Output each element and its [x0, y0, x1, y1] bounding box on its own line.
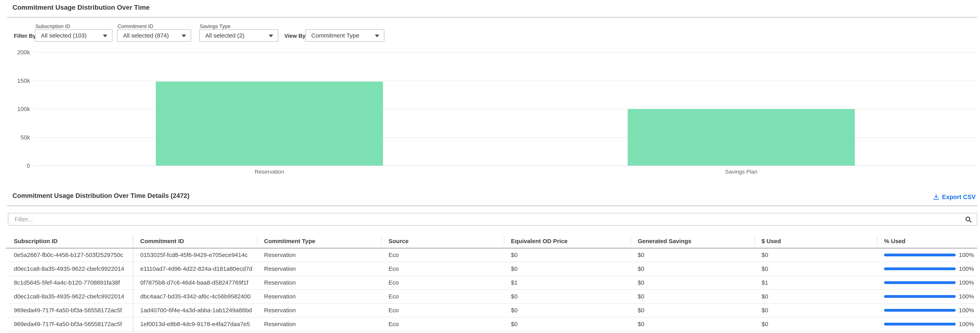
row-separator — [7, 289, 977, 290]
row-separator — [7, 303, 977, 304]
title-divider — [7, 17, 977, 18]
commitment-id-dropdown[interactable]: All selected (874) — [117, 29, 191, 42]
column-divider — [133, 234, 133, 333]
cell-source: Eco — [381, 262, 504, 276]
cell-equivalent-od-price: $1 — [504, 276, 631, 290]
y-axis-tick-100k: 100k — [0, 106, 30, 112]
chevron-down-icon — [269, 35, 273, 37]
header-column-separator — [877, 236, 877, 245]
cell-subscription-id: 8c1d5645-5fef-4a4c-b120-7708891fa38f — [0, 276, 133, 290]
column-header-generated-savings[interactable]: Generated Savings — [631, 234, 754, 248]
filter-by-label: Filter By: — [14, 33, 38, 39]
cell-generated-savings: $0 — [631, 290, 754, 303]
search-icon[interactable] — [965, 216, 972, 223]
chevron-down-icon — [375, 35, 379, 37]
table-row: 0e5a2667-fb0c-4456-b127-503f2529750c0153… — [0, 248, 980, 262]
header-column-separator — [504, 236, 504, 245]
download-icon — [933, 194, 940, 201]
chevron-down-icon — [103, 35, 107, 37]
cell-commitment-type: Reservation — [257, 276, 381, 290]
cell-commitment-id: e1110ad7-4d96-4d22-824a-d181a80ecd7d — [133, 262, 257, 276]
commitment-id-dropdown-value: All selected (874) — [123, 32, 169, 39]
cell-commitment-type: Reservation — [257, 248, 381, 262]
cell-subscription-id: d0ec1ca8-8a35-4935-9622-cbefc9922014 — [0, 262, 133, 276]
column-header-used[interactable]: $ Used — [754, 234, 877, 248]
x-axis-label-reservation: Reservation — [255, 169, 284, 175]
pct-used-value: 100% — [959, 307, 974, 314]
cell-equivalent-od-price: $0 — [504, 303, 631, 317]
column-header-source[interactable]: Source — [381, 234, 504, 248]
table-header-row: Subscription IDCommitment IDCommitment T… — [0, 234, 980, 248]
subscription-id-label: Subscription ID — [35, 23, 70, 29]
pct-used-value: 100% — [959, 266, 974, 272]
view-by-dropdown[interactable]: Commitment Type — [305, 29, 384, 42]
table-row: 969eda49-717f-4a50-bf3a-56558172ac5f1ef0… — [0, 317, 980, 331]
y-axis-tick-150k: 150k — [0, 77, 30, 84]
cell-equivalent-od-price: $0 — [504, 262, 631, 276]
view-by-dropdown-value: Commitment Type — [311, 32, 359, 39]
row-separator — [7, 331, 977, 331]
y-axis-tick-200k: 200k — [0, 49, 30, 56]
table-row: 969eda49-717f-4a50-bf3a-56558172ac5f1ad4… — [0, 303, 980, 317]
savings-type-dropdown[interactable]: All selected (2) — [199, 29, 278, 42]
export-csv-label: Export CSV — [942, 194, 976, 201]
cell-commitment-type: Reservation — [257, 290, 381, 303]
pct-used-value: 100% — [959, 279, 974, 286]
subscription-id-dropdown[interactable]: All selected (103) — [35, 29, 112, 42]
cell-source: Eco — [381, 317, 504, 331]
savings-type-label: Savings Type — [200, 23, 231, 29]
column-header-commitment-id[interactable]: Commitment ID — [133, 234, 257, 248]
cell-commitment-id: 1ad40700-6f4e-4a3d-abba-1ab1249a86bd — [133, 303, 257, 317]
column-header-equivalent-od-price[interactable]: Equivalent OD Price — [504, 234, 631, 248]
column-header-commitment-type[interactable]: Commitment Type — [257, 234, 381, 248]
gridline-0 — [33, 166, 977, 166]
pct-used-bar — [884, 268, 956, 270]
bar-reservation — [156, 81, 383, 166]
cell-source: Eco — [381, 276, 504, 290]
pct-used-bar — [884, 281, 956, 284]
cell-commitment-type: Reservation — [257, 262, 381, 276]
details-divider — [7, 206, 977, 206]
cell-used: $1 — [754, 276, 877, 290]
row-separator — [7, 262, 977, 262]
table-body: 0e5a2667-fb0c-4456-b127-503f2529750c0153… — [0, 248, 980, 331]
column-header-used[interactable]: % Used — [877, 234, 980, 248]
pct-used-value: 100% — [959, 321, 974, 327]
cell-source: Eco — [381, 290, 504, 303]
row-separator — [7, 317, 977, 317]
pct-used-value: 100% — [959, 252, 974, 258]
details-table: Subscription IDCommitment IDCommitment T… — [0, 234, 980, 333]
pct-used-bar — [884, 309, 956, 312]
cell-used: $0 — [754, 303, 877, 317]
cell-used: $0 — [754, 290, 877, 303]
header-column-separator — [257, 236, 257, 245]
cell-commitment-id: dbc4aac7-bd35-4342-af6c-4c56b9582400 — [133, 290, 257, 303]
cell-equivalent-od-price: $0 — [504, 248, 631, 262]
gridline-200k — [33, 52, 977, 53]
cell-used: 100% — [877, 248, 980, 262]
details-section-title: Commitment Usage Distribution Over Time … — [13, 192, 189, 199]
table-filter-input[interactable] — [14, 213, 959, 226]
pct-used-value: 100% — [959, 293, 974, 300]
cell-commitment-id: 1ef0013d-e8b8-4dc9-9178-e4fa27daa7e5 — [133, 317, 257, 331]
cell-used: 100% — [877, 317, 980, 331]
cell-commitment-id: 0f7875b8-d7c6-46d4-baa8-d58247769f1f — [133, 276, 257, 290]
y-axis-tick-50k: 50k — [0, 134, 30, 141]
cell-source: Eco — [381, 248, 504, 262]
export-csv-button[interactable]: Export CSV — [933, 194, 976, 201]
cell-used: 100% — [877, 303, 980, 317]
gridline-150k — [33, 81, 977, 81]
view-by-label: View By: — [285, 33, 307, 39]
cell-generated-savings: $0 — [631, 262, 754, 276]
header-column-separator — [754, 236, 755, 245]
cell-subscription-id: d0ec1ca8-8a35-4935-9622-cbefc9922014 — [0, 290, 133, 303]
cell-commitment-id: 0153025f-fcd8-45f6-9429-e705ece9414c — [133, 248, 257, 262]
chevron-down-icon — [182, 35, 186, 37]
table-filter-container — [8, 213, 977, 226]
cell-used: $0 — [754, 262, 877, 276]
page-title: Commitment Usage Distribution Over Time — [13, 3, 150, 11]
column-header-subscription-id[interactable]: Subscription ID — [0, 234, 133, 248]
pct-used-bar — [884, 253, 956, 257]
cell-generated-savings: $0 — [631, 317, 754, 331]
table-row: 8c1d5645-5fef-4a4c-b120-7708891fa38f0f78… — [0, 276, 980, 290]
